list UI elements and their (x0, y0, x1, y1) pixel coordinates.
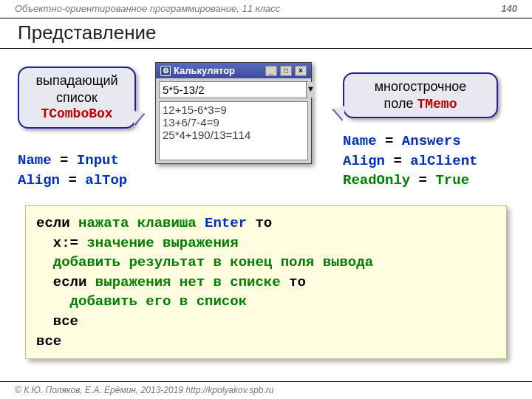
close-button[interactable]: × (295, 66, 307, 76)
page-title: Представление (0, 18, 532, 49)
callout-line: список (30, 89, 124, 106)
footer: © К.Ю. Поляков, Е.А. Ерёмин, 2013-2019 h… (0, 381, 532, 399)
props-input: Name = Input Align = alTop (18, 151, 127, 190)
callout-memo: многострочное поле TMemo (343, 72, 498, 118)
header-strip: Объектно-ориентированное программировани… (0, 0, 532, 16)
course-label: Объектно-ориентированное программировани… (15, 3, 280, 13)
props-answers: Name = Answers Align = alClient ReadOnly… (343, 132, 477, 191)
expression-input[interactable] (160, 82, 306, 98)
callout-line: многострочное (355, 78, 486, 95)
callout-line: поле TMemo (355, 95, 486, 113)
window-title: Калькулятор (174, 65, 235, 76)
callout-class: TComboBox (30, 106, 124, 123)
callout-class: TMemo (417, 97, 457, 112)
combo-input[interactable]: ▼ (159, 81, 308, 98)
callout-tail-icon (332, 104, 346, 120)
memo-output: 12+15-6*3=9 13+6/7-4=9 25*4+190/13=114 (159, 101, 308, 160)
app-icon: ⚙ (160, 66, 171, 76)
maximize-button[interactable]: □ (280, 66, 292, 76)
page-number: 140 (501, 3, 517, 13)
calculator-titlebar[interactable]: ⚙ Калькулятор _ □ × (156, 63, 311, 78)
minimize-button[interactable]: _ (265, 66, 277, 76)
chevron-down-icon[interactable]: ▼ (306, 82, 315, 98)
callout-line: выпадающий (30, 72, 124, 89)
pseudocode-box: если нажата клавиша Enter то x:= значени… (25, 205, 507, 359)
calculator-window: ⚙ Калькулятор _ □ × ▼ 12+15-6*3=9 13+6/7… (155, 62, 312, 164)
callout-combobox: выпадающий список TComboBox (18, 66, 136, 129)
content-area: выпадающий список TComboBox многострочно… (0, 58, 532, 378)
callout-tail-icon (132, 109, 146, 125)
